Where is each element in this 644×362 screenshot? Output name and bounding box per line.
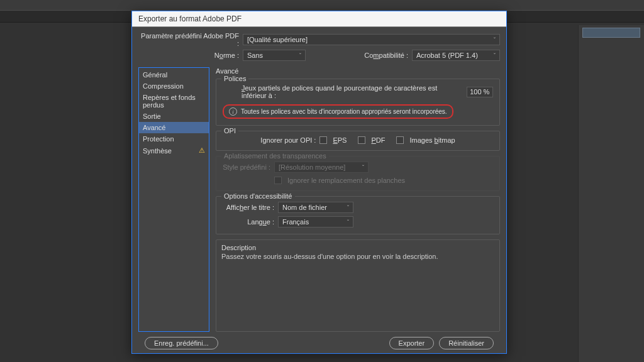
font-embed-text: Toutes les polices avec bits d'incorpora… xyxy=(241,108,447,115)
description-title: Description xyxy=(221,244,494,251)
flatten-style-dropdown: [Résolution moyenne]ˇ xyxy=(274,162,369,173)
reset-button[interactable]: Réinitialiser xyxy=(439,337,494,349)
chevron-down-icon: ˇ xyxy=(347,219,349,225)
chevron-down-icon: ˇ xyxy=(494,36,496,43)
chevron-down-icon: ˇ xyxy=(299,52,301,58)
language-dropdown[interactable]: Françaisˇ xyxy=(278,216,353,228)
chevron-down-icon: ˇ xyxy=(362,164,364,170)
access-group-title: Options d'accessibilité xyxy=(221,192,295,200)
warning-icon: ⚠ xyxy=(199,146,205,155)
right-panels xyxy=(578,25,644,362)
category-sidebar: Général Compression Repères et fonds per… xyxy=(138,67,209,332)
opi-ignore-label: Ignorer pour OPI : xyxy=(260,136,316,144)
pdf-label: PDF xyxy=(371,136,385,144)
pdf-checkbox[interactable] xyxy=(358,136,365,144)
compat-dropdown[interactable]: Acrobat 5 (PDF 1.4)ˇ xyxy=(412,50,500,61)
sidebar-item-general[interactable]: Général xyxy=(139,69,209,80)
save-preset-button[interactable]: Enreg. prédéfini... xyxy=(145,337,218,349)
chevron-down-icon: ˇ xyxy=(347,204,349,211)
font-embed-note: i Toutes les polices avec bits d'incorpo… xyxy=(223,104,453,119)
fonts-group-title: Polices xyxy=(221,75,248,82)
ignore-spread-label: Ignorer le remplacement des planches xyxy=(287,177,405,184)
sidebar-item-summary[interactable]: Synthèse ⚠ xyxy=(139,145,209,156)
export-pdf-dialog: Exporter au format Adobe PDF Paramètre p… xyxy=(131,11,507,354)
flatten-group-title: Aplatissement des transparences xyxy=(221,152,329,160)
bitmap-label: Images bitmap xyxy=(409,136,455,144)
preset-label: Paramètre prédéfini Adobe PDF : xyxy=(138,32,239,47)
flatten-style-label: Style prédéfini : xyxy=(223,163,270,171)
description-text: Passez votre souris au-dessus d'une opti… xyxy=(221,253,494,260)
dialog-title: Exporter au format Adobe PDF xyxy=(132,11,506,27)
subset-percent-input[interactable]: 100 % xyxy=(467,87,493,97)
description-box: Description Passez votre souris au-dessu… xyxy=(216,239,500,332)
display-title-dropdown[interactable]: Nom de fichierˇ xyxy=(278,202,353,213)
export-button[interactable]: Exporter xyxy=(389,337,435,349)
norm-label: Norme : xyxy=(138,52,239,59)
eps-checkbox[interactable] xyxy=(319,136,327,144)
sidebar-item-output[interactable]: Sortie xyxy=(139,111,209,122)
bitmap-checkbox[interactable] xyxy=(396,136,404,144)
ignore-spread-checkbox xyxy=(274,177,282,184)
chevron-down-icon: ˇ xyxy=(494,52,496,58)
opi-group-title: OPI xyxy=(221,127,238,134)
compat-label: Compatibilité : xyxy=(364,52,408,59)
app-menubar xyxy=(0,0,644,10)
subset-label: Jeux partiels de polices quand le pource… xyxy=(242,84,463,99)
sidebar-item-marks-bleeds[interactable]: Repères et fonds perdus xyxy=(139,92,209,111)
display-title-label: Afficher le titre : xyxy=(223,204,274,211)
language-label: Langue : xyxy=(223,218,274,226)
panel-stub xyxy=(582,28,640,38)
sidebar-item-security[interactable]: Protection xyxy=(139,133,209,145)
preset-dropdown[interactable]: [Qualité supérieure]ˇ xyxy=(243,34,500,45)
panel-heading: Avancé xyxy=(216,67,500,75)
opi-group: OPI Ignorer pour OPI : EPS PDF Images bi… xyxy=(216,131,500,151)
sidebar-item-compression[interactable]: Compression xyxy=(139,80,209,92)
dialog-footer: Enreg. prédéfini... Exporter Réinitialis… xyxy=(138,332,500,349)
flatten-group: Aplatissement des transparences Style pr… xyxy=(216,156,500,191)
norm-dropdown[interactable]: Sansˇ xyxy=(243,50,306,61)
sidebar-item-advanced[interactable]: Avancé xyxy=(139,122,209,133)
preset-row: Paramètre prédéfini Adobe PDF : [Qualité… xyxy=(138,32,500,47)
access-group: Options d'accessibilité Afficher le titr… xyxy=(216,196,500,234)
info-icon: i xyxy=(229,107,237,116)
advanced-panel: Avancé Polices Jeux partiels de polices … xyxy=(216,67,500,332)
norm-compat-row: Norme : Sansˇ Compatibilité : Acrobat 5 … xyxy=(138,50,500,61)
fonts-group: Polices Jeux partiels de polices quand l… xyxy=(216,79,500,126)
eps-label: EPS xyxy=(333,136,347,144)
